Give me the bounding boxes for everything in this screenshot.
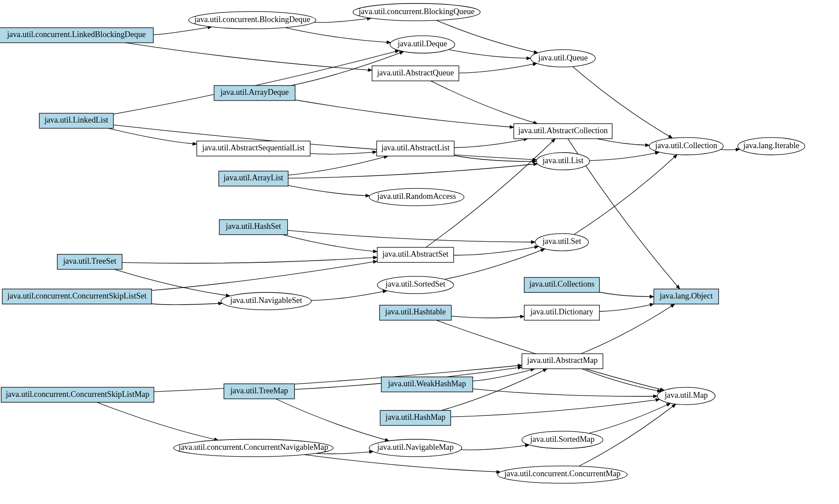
node-label-AbstractCollection: java.util.AbstractCollection xyxy=(518,126,608,135)
node-label-HashMap: java.util.HashMap xyxy=(385,413,446,422)
node-WeakHashMap: java.util.WeakHashMap xyxy=(381,377,473,392)
node-label-TreeMap: java.util.TreeMap xyxy=(230,386,288,395)
edge-HashMap-to-Map xyxy=(451,399,660,417)
node-ArrayList: java.util.ArrayList xyxy=(219,171,288,186)
edge-SortedMap-to-Map xyxy=(589,403,670,433)
node-ArrayDeque: java.util.ArrayDeque xyxy=(214,86,295,101)
node-Set: java.util.Set xyxy=(535,234,589,251)
edge-LinkedBlockingDeque-to-AbstractQueue xyxy=(125,43,372,70)
node-label-ArrayDeque: java.util.ArrayDeque xyxy=(220,88,289,97)
node-Hashtable: java.util.Hashtable xyxy=(380,305,451,320)
edge-TreeMap-to-NavigableMap xyxy=(275,399,389,441)
edge-HashSet-to-Set xyxy=(288,230,535,242)
edge-Collections-to-Object xyxy=(599,292,654,296)
node-LinkedList: java.util.LinkedList xyxy=(39,113,113,128)
node-label-Queue: java.util.Queue xyxy=(538,53,588,62)
edge-ArrayList-to-AbstractList xyxy=(288,156,388,175)
edge-HashSet-to-AbstractSet xyxy=(282,235,377,251)
edge-NavigableMap-to-SortedMap xyxy=(461,445,529,450)
node-label-ArrayList: java.util.ArrayList xyxy=(223,173,283,182)
edge-SortedSet-to-Set xyxy=(444,249,545,279)
node-BlockingQueue: java.util.concurrent.BlockingQueue xyxy=(353,4,480,21)
node-label-Object: java.lang.Object xyxy=(659,291,713,300)
edge-TreeSet-to-AbstractSet xyxy=(122,258,377,263)
edge-Dictionary-to-Object xyxy=(599,304,654,311)
node-label-AbstractList: java.util.AbstractList xyxy=(381,143,450,152)
node-LinkedBlockingDeque: java.util.concurrent.LinkedBlockingDeque xyxy=(0,28,153,43)
node-label-ConcurrentSkipListSet: java.util.concurrent.ConcurrentSkipListS… xyxy=(7,291,147,300)
node-label-ConcurrentSkipListMap: java.util.concurrent.ConcurrentSkipListM… xyxy=(5,390,150,399)
node-label-Collection: java.util.Collection xyxy=(655,141,718,150)
node-HashSet: java.util.HashSet xyxy=(219,220,288,235)
edge-LinkedList-to-AbstractSequentialList xyxy=(108,128,197,144)
node-label-Set: java.util.Set xyxy=(542,237,581,246)
node-TreeSet: java.util.TreeSet xyxy=(57,254,122,269)
node-label-HashSet: java.util.HashSet xyxy=(226,222,281,231)
node-label-Iterable: java.lang.Iterable xyxy=(743,141,799,150)
node-label-AbstractMap: java.util.AbstractMap xyxy=(527,356,598,365)
node-label-BlockingQueue: java.util.concurrent.BlockingQueue xyxy=(358,7,474,16)
node-label-AbstractSet: java.util.AbstractSet xyxy=(382,250,448,258)
node-AbstractSet: java.util.AbstractSet xyxy=(377,247,454,262)
edge-BlockingDeque-to-BlockingQueue xyxy=(314,18,371,22)
node-ConcurrentNavigableMap: java.util.concurrent.ConcurrentNavigable… xyxy=(173,439,333,456)
edge-ArrayList-to-List xyxy=(288,164,538,178)
node-Collection: java.util.Collection xyxy=(649,138,723,155)
edge-Hashtable-to-Dictionary xyxy=(451,316,524,318)
node-label-List: java.util.List xyxy=(542,156,583,165)
node-label-ConcurrentMap: java.util.concurrent.ConcurrentMap xyxy=(504,469,621,478)
node-TreeMap: java.util.TreeMap xyxy=(224,384,294,399)
node-Object: java.lang.Object xyxy=(654,289,719,304)
edge-NavigableSet-to-SortedSet xyxy=(311,291,387,300)
node-Map: java.util.Map xyxy=(657,387,715,404)
edge-AbstractCollection-to-Collection xyxy=(597,139,650,146)
edge-ConcurrentSkipListSet-to-NavigableSet xyxy=(151,303,222,305)
edge-LinkedBlockingDeque-to-BlockingDeque xyxy=(153,27,211,35)
node-List: java.util.List xyxy=(536,153,590,170)
edge-AbstractList-to-AbstractCollection xyxy=(454,139,528,148)
node-NavigableSet: java.util.NavigableSet xyxy=(221,292,312,310)
edge-Collection-to-Iterable xyxy=(721,149,740,149)
node-ConcurrentSkipListMap: java.util.concurrent.ConcurrentSkipListM… xyxy=(1,387,154,402)
node-label-LinkedList: java.util.LinkedList xyxy=(44,116,109,124)
node-AbstractMap: java.util.AbstractMap xyxy=(522,354,603,369)
node-AbstractList: java.util.AbstractList xyxy=(376,141,454,156)
node-label-Collections: java.util.Collections xyxy=(529,280,594,288)
node-label-SortedSet: java.util.SortedSet xyxy=(385,280,446,288)
edge-AbstractList-to-List xyxy=(454,156,536,161)
edge-LinkedList-to-List xyxy=(113,125,537,160)
node-Iterable: java.lang.Iterable xyxy=(738,138,805,155)
node-RandomAccess: java.util.RandomAccess xyxy=(369,188,464,205)
edge-AbstractSet-to-Set xyxy=(454,246,539,255)
node-label-Map: java.util.Map xyxy=(664,391,708,399)
edge-AbstractQueue-to-AbstractCollection xyxy=(431,81,538,123)
node-label-Dictionary: java.util.Dictionary xyxy=(530,307,594,316)
node-label-BlockingDeque: java.util.concurrent.BlockingDeque xyxy=(194,15,310,24)
edge-ConcurrentSkipListSet-to-AbstractSet xyxy=(151,261,377,290)
edge-ConcurrentSkipListMap-to-ConcurrentNavigableMap xyxy=(97,402,218,440)
edge-AbstractSequentialList-to-AbstractList xyxy=(310,152,377,154)
node-label-TreeSet: java.util.TreeSet xyxy=(63,257,117,265)
edge-BlockingDeque-to-Deque xyxy=(285,28,391,43)
node-AbstractQueue: java.util.AbstractQueue xyxy=(372,66,459,81)
edge-ConcurrentNavigableMap-to-ConcurrentMap xyxy=(305,455,500,472)
edge-AbstractMap-to-Map xyxy=(582,369,661,392)
node-AbstractSequentialList: java.util.AbstractSequentialList xyxy=(197,141,310,156)
edge-List-to-Collection xyxy=(590,152,659,161)
node-BlockingDeque: java.util.concurrent.BlockingDeque xyxy=(188,11,316,29)
node-label-AbstractSequentialList: java.util.AbstractSequentialList xyxy=(202,143,305,152)
node-label-Hashtable: java.util.Hashtable xyxy=(385,307,446,316)
node-label-NavigableMap: java.util.NavigableMap xyxy=(377,443,454,452)
edge-Set-to-Collection xyxy=(574,155,677,235)
node-label-RandomAccess: java.util.RandomAccess xyxy=(377,192,456,201)
node-label-Deque: java.util.Deque xyxy=(397,39,447,48)
node-Deque: java.util.Deque xyxy=(390,36,455,53)
node-label-WeakHashMap: java.util.WeakHashMap xyxy=(388,379,466,388)
node-label-LinkedBlockingDeque: java.util.concurrent.LinkedBlockingDeque xyxy=(7,30,146,39)
edge-ArrayList-to-RandomAccess xyxy=(288,186,370,196)
class-hierarchy-diagram: java.util.concurrent.LinkedBlockingDeque… xyxy=(0,0,839,504)
node-label-SortedMap: java.util.SortedMap xyxy=(530,435,594,444)
node-SortedMap: java.util.SortedMap xyxy=(522,431,603,448)
node-Dictionary: java.util.Dictionary xyxy=(524,305,599,320)
node-HashMap: java.util.HashMap xyxy=(380,411,451,426)
